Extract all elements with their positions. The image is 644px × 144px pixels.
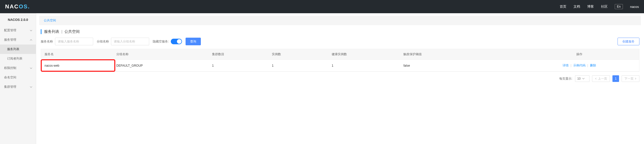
cell-instance-count: 1 xyxy=(268,60,328,71)
th-ops: 操作 xyxy=(520,49,639,60)
sidebar-item-label: 命名空间 xyxy=(4,75,16,80)
th-group: 分组名称 xyxy=(113,49,208,60)
page-title-main: 服务列表 xyxy=(44,29,59,34)
chevron-down-icon xyxy=(30,86,32,88)
sidebar-title: NACOS 2.0.0 xyxy=(0,13,36,26)
cell-group: DEFAULT_GROUP xyxy=(113,60,208,71)
filter-bar: 服务名称 分组名称 隐藏空服务: 查询 创建服务 xyxy=(36,38,644,49)
next-label: 下一页 xyxy=(624,77,634,81)
logo-dot: . xyxy=(28,3,30,10)
cell-cluster-count: 1 xyxy=(208,60,268,71)
th-cluster-count: 集群数目 xyxy=(208,49,268,60)
query-button[interactable]: 查询 xyxy=(186,38,201,45)
service-table: 服务名 分组名称 集群数目 实例数 健康实例数 触发保护阈值 操作 nacos-… xyxy=(41,49,639,72)
nav-blog[interactable]: 博客 xyxy=(587,4,594,9)
action-code[interactable]: 示例代码 xyxy=(573,64,585,67)
chevron-down-icon xyxy=(30,29,32,32)
page-number-current[interactable]: 1 xyxy=(612,75,619,82)
th-service: 服务名 xyxy=(41,49,113,60)
table-header-row: 服务名 分组名称 集群数目 实例数 健康实例数 触发保护阈值 操作 xyxy=(41,49,639,60)
chevron-down-icon xyxy=(582,77,585,80)
create-service-button[interactable]: 创建服务 xyxy=(618,38,639,45)
filter-hide-empty: 隐藏空服务: xyxy=(153,39,182,44)
chevron-up-icon xyxy=(30,39,32,41)
page-heading: 服务列表 | 公共空间 xyxy=(41,29,639,34)
prev-label: 上一页 xyxy=(598,77,607,81)
filter-service-name: 服务名称 xyxy=(41,38,93,45)
nav-user[interactable]: nacos xyxy=(630,5,639,9)
filter-label-hide-empty: 隐藏空服务: xyxy=(153,39,169,44)
sidebar: NACOS 2.0.0 配置管理 服务管理 服务列表 订阅者列表 权限控制 命名… xyxy=(0,13,36,144)
page-size-value: 10 xyxy=(577,77,581,80)
nav-home[interactable]: 首页 xyxy=(560,4,566,9)
lang-switch[interactable]: En xyxy=(615,4,623,9)
table-row: nacos-web DEFAULT_GROUP 1 1 1 false 详情 |… xyxy=(41,60,639,71)
top-header: NACOS. 首页 文档 博客 社区 En nacos xyxy=(0,0,644,13)
th-threshold: 触发保护阈值 xyxy=(400,49,520,60)
sidebar-item-namespace[interactable]: 命名空间 xyxy=(0,73,36,82)
breadcrumb-link[interactable]: 公共空间 xyxy=(44,19,56,22)
logo-prefix: NAC xyxy=(5,3,19,10)
toggle-knob xyxy=(177,39,181,44)
sidebar-sub-service-list[interactable]: 服务列表 xyxy=(0,45,36,54)
sidebar-item-label: 集群管理 xyxy=(4,85,16,89)
pagination: 每页显示: 10 上一页 1 下一页 xyxy=(36,72,644,85)
filter-label-group: 分组名称 xyxy=(97,39,109,44)
page-size-select[interactable]: 10 xyxy=(575,75,590,82)
hide-empty-toggle[interactable] xyxy=(171,39,182,44)
breadcrumb-bar: 公共空间 xyxy=(39,16,641,25)
page-title-sub: 公共空间 xyxy=(64,29,80,34)
nav-docs[interactable]: 文档 xyxy=(573,4,580,9)
prev-page-button[interactable]: 上一页 xyxy=(592,75,610,82)
page-title-sep: | xyxy=(61,29,62,34)
logo-accent: OS xyxy=(19,3,28,10)
sidebar-item-label: 权限控制 xyxy=(4,66,16,70)
action-divider: | xyxy=(587,64,588,67)
cell-actions: 详情 | 示例代码 | 删除 xyxy=(520,60,639,71)
sidebar-item-cluster-mgmt[interactable]: 集群管理 xyxy=(0,82,36,92)
filter-group-name: 分组名称 xyxy=(97,38,149,45)
nav-community[interactable]: 社区 xyxy=(601,4,608,9)
sidebar-sub-label: 订阅者列表 xyxy=(7,57,22,60)
cell-service: nacos-web xyxy=(41,60,113,71)
sidebar-item-permission[interactable]: 权限控制 xyxy=(0,63,36,73)
cell-healthy-count: 1 xyxy=(328,60,400,71)
action-delete[interactable]: 删除 xyxy=(590,64,596,67)
filter-label-service: 服务名称 xyxy=(41,39,53,44)
action-divider: | xyxy=(571,64,571,67)
next-page-button[interactable]: 下一页 xyxy=(622,75,639,82)
th-healthy-count: 健康实例数 xyxy=(328,49,400,60)
sidebar-item-label: 配置管理 xyxy=(4,28,16,33)
per-page-label: 每页显示: xyxy=(559,77,572,81)
chevron-down-icon xyxy=(30,67,32,69)
sidebar-sub-subscriber-list[interactable]: 订阅者列表 xyxy=(0,54,36,63)
sidebar-sub-label: 服务列表 xyxy=(7,47,19,51)
logo-text: NACOS. xyxy=(5,3,30,10)
cell-threshold: false xyxy=(400,60,520,71)
sidebar-item-label: 服务管理 xyxy=(4,38,16,42)
layout: NACOS 2.0.0 配置管理 服务管理 服务列表 订阅者列表 权限控制 命名… xyxy=(0,13,644,144)
sidebar-item-config-mgmt[interactable]: 配置管理 xyxy=(0,26,36,35)
sidebar-item-service-mgmt[interactable]: 服务管理 xyxy=(0,35,36,45)
action-detail[interactable]: 详情 xyxy=(563,64,569,67)
group-name-input[interactable] xyxy=(111,38,149,45)
cell-service-text: nacos-web xyxy=(45,64,59,67)
top-nav: 首页 文档 博客 社区 En nacos xyxy=(560,4,639,9)
main-content: 公共空间 服务列表 | 公共空间 服务名称 分组名称 隐藏空服务: xyxy=(36,13,644,144)
th-instance-count: 实例数 xyxy=(268,49,328,60)
logo[interactable]: NACOS. xyxy=(5,3,30,10)
service-name-input[interactable] xyxy=(55,38,93,45)
